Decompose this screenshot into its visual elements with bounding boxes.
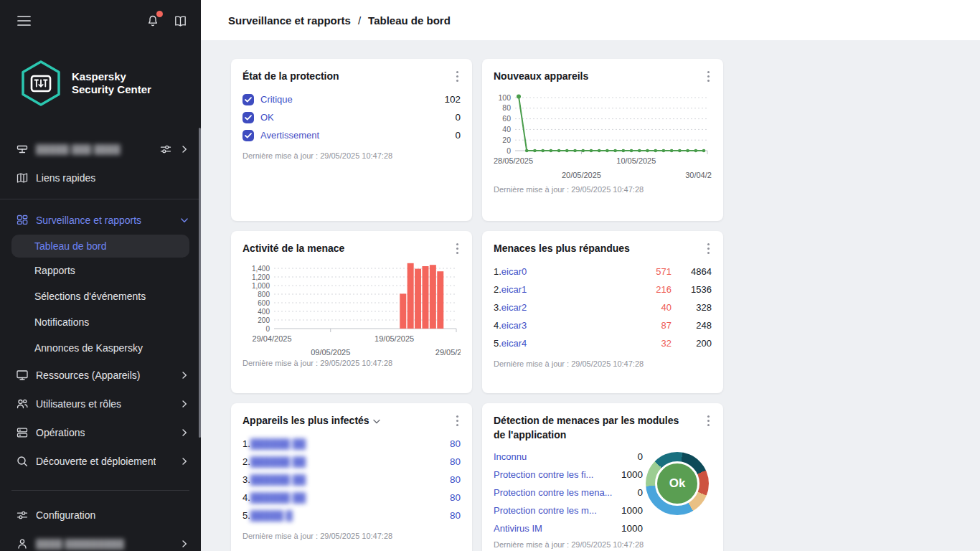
checkbox-critical[interactable] (242, 94, 254, 105)
infections-count: 80 (450, 492, 461, 503)
svg-text:100: 100 (498, 93, 511, 102)
breadcrumb-monitoring[interactable]: Surveillance et rapports (228, 14, 351, 27)
kebab-menu-icon[interactable] (702, 241, 715, 255)
module-row: Protection contre les fi... 1000 (494, 466, 643, 484)
device-name-link[interactable]: █████ █ (250, 510, 293, 521)
kebab-menu-icon[interactable] (451, 413, 463, 428)
module-name-link[interactable]: Protection contre les m... (494, 505, 597, 516)
module-value: 1000 (621, 505, 643, 516)
threat-name-link[interactable]: eicar4 (501, 338, 527, 349)
threat-row: 4. eicar3 87 248 (494, 316, 712, 334)
device-name-link[interactable]: ██████ ██ (250, 456, 306, 467)
infections-count: 80 (450, 438, 461, 449)
device-name-link[interactable]: ██████ ██ (250, 474, 306, 485)
svg-text:0: 0 (507, 146, 511, 155)
sidebar-item-settings[interactable]: Configuration (0, 501, 201, 529)
infections-count: 80 (450, 510, 461, 521)
sidebar-item-dashboard[interactable]: Tableau de bord (11, 235, 189, 258)
threat-name-link[interactable]: eicar3 (501, 320, 527, 331)
sidebar-item-account[interactable]: ████ █████████ (0, 529, 201, 551)
module-name-link[interactable]: Inconnu (494, 451, 527, 462)
server-settings-sliders-icon[interactable] (159, 143, 172, 156)
checkbox-warning[interactable] (242, 130, 254, 141)
sidebar-item-discovery[interactable]: Découverte et déploiement (0, 447, 201, 476)
sidebar-nav: █████ ███ ████ Liens rapides Surveillanc… (0, 135, 201, 551)
module-name-link[interactable]: Protection contre les mena... (494, 487, 612, 498)
module-row: Protection contre les mena... 0 (494, 484, 643, 501)
protection-label-link[interactable]: Critique (260, 94, 293, 105)
last-updated: Dernière mise à jour : 29/05/2025 10:47:… (494, 540, 712, 549)
map-icon (16, 171, 29, 184)
module-value: 1000 (621, 469, 643, 480)
protection-label-link[interactable]: OK (260, 112, 274, 123)
infected-device-row: 1. ██████ ██ 80 (242, 435, 461, 453)
card-new-devices: Nouveaux appareils 02040608010028/05/202… (482, 59, 723, 221)
threat-name-link[interactable]: eicar2 (501, 302, 527, 313)
card-title: Appareils les plus infectés (242, 413, 461, 428)
users-icon (16, 397, 29, 410)
notifications-bell-icon[interactable] (145, 13, 161, 29)
kebab-menu-icon[interactable] (451, 69, 463, 83)
person-icon (16, 537, 29, 550)
threat-row: 2. eicar1 216 1536 (494, 281, 712, 298)
search-icon (16, 455, 29, 468)
sidebar-item-monitoring[interactable]: Surveillance et rapports (0, 206, 201, 235)
module-row: Protection contre les m... 1000 (494, 501, 643, 519)
protection-row: Critique 102 (242, 90, 461, 108)
svg-text:200: 200 (258, 316, 270, 324)
server-icon (16, 143, 29, 156)
protection-value: 0 (455, 112, 461, 123)
kebab-menu-icon[interactable] (451, 241, 463, 255)
threat-count: 32 (628, 338, 672, 349)
sidebar-item-event-selections[interactable]: Sélections d'événements (0, 283, 201, 309)
threat-row: 1. eicar0 571 4864 (494, 263, 712, 281)
sidebar-item-users-roles[interactable]: Utilisateurs et rôles (0, 390, 201, 418)
svg-text:20/05/2025: 20/05/2025 (562, 171, 601, 179)
device-name-link[interactable]: ██████ ██ (250, 438, 306, 449)
infected-device-row: 2. ██████ ██ 80 (242, 453, 461, 471)
donut-status-label: Ok (655, 461, 699, 506)
module-name-link[interactable]: Antivirus IM (494, 523, 542, 534)
card-title: État de la protection (242, 69, 461, 83)
threat-name-link[interactable]: eicar1 (501, 284, 527, 295)
infected-device-row: 4. ██████ ██ 80 (242, 489, 461, 507)
infections-count: 80 (450, 456, 461, 467)
title-chevron-down-icon[interactable] (373, 415, 380, 426)
checkbox-ok[interactable] (242, 112, 254, 123)
last-updated: Dernière mise à jour : 29/05/2025 10:47:… (494, 359, 712, 368)
last-updated: Dernière mise à jour : 29/05/2025 10:47:… (242, 359, 461, 367)
sidebar-divider (0, 199, 201, 199)
kebab-menu-icon[interactable] (702, 69, 715, 83)
kaspersky-hexagon-logo-icon (20, 60, 62, 106)
module-row: Inconnu 0 (494, 448, 643, 466)
threat-count: 87 (628, 320, 672, 331)
svg-text:60: 60 (502, 114, 511, 123)
brand-logo: Kaspersky Security Center (0, 29, 201, 106)
menu-icon[interactable] (16, 13, 32, 29)
protection-label-link[interactable]: Avertissement (260, 130, 319, 141)
last-updated: Dernière mise à jour : 29/05/2025 10:47:… (494, 185, 712, 194)
sidebar-item-operations[interactable]: Opérations (0, 418, 201, 447)
sidebar-item-announcements[interactable]: Annonces de Kaspersky (0, 335, 201, 361)
device-name-link[interactable]: ██████ ██ (250, 492, 306, 503)
svg-text:28/05/2025: 28/05/2025 (494, 156, 533, 165)
threat-name-link[interactable]: eicar0 (501, 266, 527, 277)
sidebar-item-notifications[interactable]: Notifications (0, 309, 201, 335)
svg-text:29/05/2025: 29/05/2025 (435, 348, 461, 357)
card-detection-modules: Détection de menaces par les modules de … (482, 403, 723, 551)
module-value: 0 (637, 451, 643, 462)
chevron-down-icon (179, 215, 189, 225)
svg-text:0: 0 (265, 325, 270, 333)
stack-icon (16, 426, 29, 439)
sidebar-scrollbar[interactable] (199, 128, 201, 438)
module-name-link[interactable]: Protection contre les fi... (494, 469, 593, 480)
sidebar-item-quick-links[interactable]: Liens rapides (0, 164, 201, 192)
kebab-menu-icon[interactable] (702, 413, 715, 428)
guide-book-icon[interactable] (172, 13, 188, 29)
svg-text:40: 40 (502, 125, 511, 133)
protection-value: 102 (444, 94, 461, 105)
sidebar-item-assets[interactable]: Ressources (Appareils) (0, 361, 201, 390)
card-title: Menaces les plus répandues (494, 241, 712, 255)
sidebar-item-server[interactable]: █████ ███ ████ (0, 135, 201, 164)
sidebar-item-reports[interactable]: Rapports (0, 258, 201, 283)
